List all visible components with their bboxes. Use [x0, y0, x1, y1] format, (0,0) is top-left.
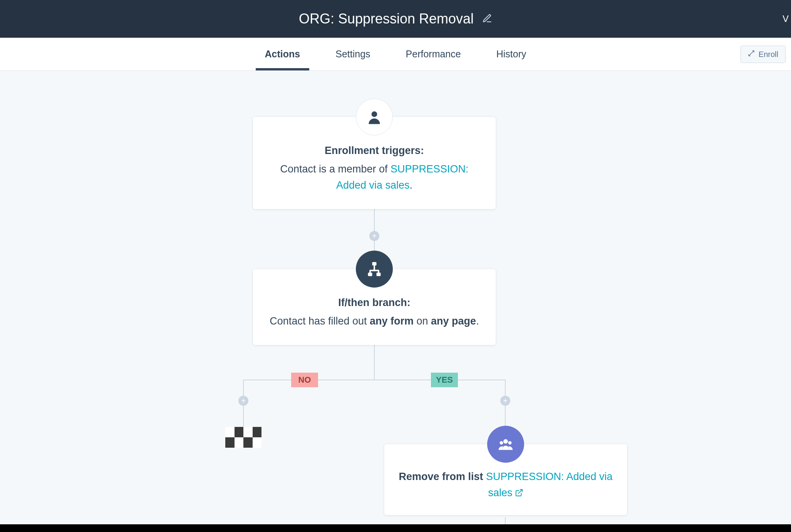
workflow-canvas[interactable]: Enrollment triggers: Contact is a member… — [0, 71, 791, 532]
branch-card[interactable]: If/then branch: Contact has filled out a… — [253, 269, 496, 345]
contact-icon — [356, 99, 393, 136]
action-list-link[interactable]: SUPPRESSION: Added via sales — [486, 471, 613, 499]
svg-point-6 — [500, 441, 503, 445]
tabs: Actions Settings Performance History — [265, 38, 526, 70]
branch-yes-label: YES — [431, 373, 458, 387]
tab-performance[interactable]: Performance — [406, 38, 461, 70]
topbar: ORG: Suppression Removal V — [0, 0, 791, 38]
enroll-icon — [748, 50, 755, 59]
add-action-yes-branch-button[interactable]: + — [500, 396, 510, 406]
svg-point-1 — [372, 111, 377, 117]
trigger-body: Contact is a member of SUPPRESSION: Adde… — [266, 161, 483, 194]
pencil-edit-icon[interactable] — [482, 11, 492, 27]
trigger-prefix: Contact is a member of — [280, 163, 390, 175]
remove-from-list-card[interactable]: Remove from list SUPPRESSION: Added via … — [384, 444, 627, 515]
tab-actions[interactable]: Actions — [265, 38, 300, 70]
external-link-icon[interactable] — [513, 487, 523, 499]
enroll-button[interactable]: Enroll — [741, 45, 786, 63]
dock-bar — [0, 524, 791, 532]
svg-line-8 — [518, 490, 522, 494]
add-action-button[interactable]: + — [369, 231, 379, 241]
branch-title: If/then branch: — [266, 297, 483, 309]
connector-line — [243, 380, 506, 380]
tab-history[interactable]: History — [496, 38, 526, 70]
enrollment-trigger-card[interactable]: Enrollment triggers: Contact is a member… — [253, 117, 496, 209]
branch-icon — [356, 251, 393, 288]
tab-settings[interactable]: Settings — [335, 38, 370, 70]
topbar-right-text: V — [783, 13, 789, 24]
trigger-title: Enrollment triggers: — [266, 145, 483, 157]
svg-line-0 — [749, 50, 754, 55]
topbar-right-edge: V — [783, 0, 791, 38]
trigger-suffix: . — [410, 179, 413, 191]
add-action-no-branch-button[interactable]: + — [238, 396, 248, 406]
action-title-prefix: Remove from list — [399, 471, 486, 482]
enroll-label: Enroll — [759, 50, 778, 59]
tabbar: Actions Settings Performance History Enr… — [0, 38, 791, 71]
workflow-title: ORG: Suppression Removal — [299, 11, 474, 27]
connector-line — [374, 344, 375, 380]
svg-point-7 — [508, 441, 512, 445]
svg-point-5 — [503, 439, 508, 444]
branch-no-label: NO — [291, 373, 318, 387]
workflow-title-container: ORG: Suppression Removal — [299, 11, 492, 27]
action-body: Remove from list SUPPRESSION: Added via … — [397, 469, 614, 501]
branch-body: Contact has filled out any form on any p… — [266, 313, 483, 330]
connector-line — [505, 517, 506, 525]
contacts-group-icon — [487, 426, 524, 463]
workflow-end-marker-icon — [225, 427, 261, 448]
